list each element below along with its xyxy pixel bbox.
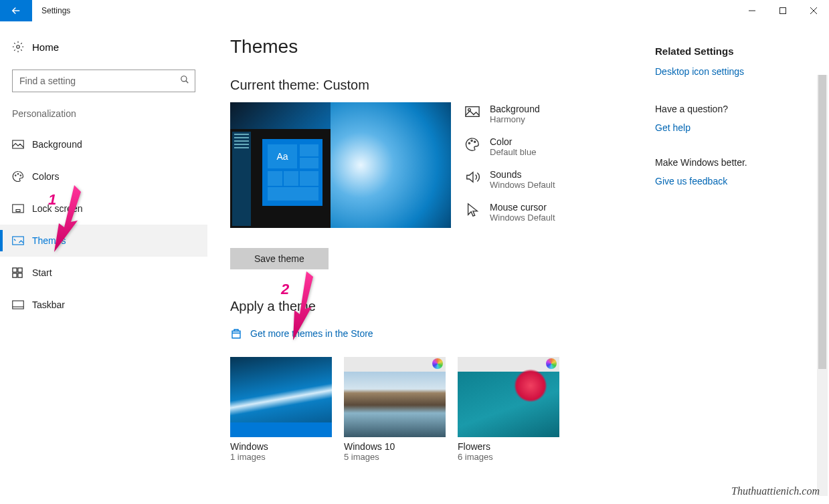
- svg-point-23: [471, 140, 472, 141]
- close-button[interactable]: [798, 0, 829, 21]
- home-label: Home: [32, 41, 59, 53]
- sidebar-item-label: Lock screen: [32, 203, 82, 214]
- sidebar-item-label: Colors: [32, 171, 59, 182]
- prop-background[interactable]: BackgroundHarmony: [464, 104, 555, 124]
- svg-rect-12: [16, 210, 20, 212]
- window-title: Settings: [32, 0, 70, 21]
- desktop-icon-settings-link[interactable]: Desktop icon settings: [655, 66, 816, 77]
- svg-point-5: [181, 76, 187, 82]
- theme-name: Windows 10: [344, 441, 446, 452]
- theme-count: 1 images: [230, 452, 332, 462]
- speaker-icon: [465, 170, 480, 184]
- svg-rect-13: [13, 237, 24, 245]
- store-link-row[interactable]: Get more themes in the Store: [230, 328, 655, 340]
- store-icon: [230, 328, 242, 340]
- search-box[interactable]: [12, 70, 195, 92]
- search-input[interactable]: [19, 76, 180, 86]
- home-nav[interactable]: Home: [0, 33, 207, 60]
- sidebar-item-taskbar[interactable]: Taskbar: [0, 289, 207, 321]
- sidebar-item-themes[interactable]: Themes: [0, 225, 207, 257]
- palette-icon: [465, 137, 480, 152]
- prop-label: Mouse cursor: [490, 202, 555, 213]
- theme-thumbnail: [344, 357, 446, 437]
- sidebar-item-colors[interactable]: Colors: [0, 160, 207, 193]
- svg-point-24: [474, 141, 476, 142]
- sidebar-section-header: Personalization: [0, 108, 207, 119]
- watermark: Thuthuattienich.com: [731, 485, 820, 497]
- theme-card-windows[interactable]: Windows 1 images: [230, 357, 332, 462]
- page-title: Themes: [230, 36, 655, 57]
- titlebar: Settings: [0, 0, 829, 21]
- prop-mouse[interactable]: Mouse cursorWindows Default: [464, 202, 555, 223]
- svg-rect-20: [466, 107, 479, 117]
- taskbar-icon: [12, 300, 24, 309]
- svg-rect-14: [13, 268, 17, 272]
- theme-preview: Aa: [230, 102, 451, 228]
- picture-icon: [12, 140, 24, 149]
- current-theme-header: Current theme: Custom: [230, 78, 655, 93]
- svg-rect-16: [13, 273, 17, 277]
- prop-value: Windows Default: [490, 213, 555, 223]
- feedback-link[interactable]: Give us feedback: [655, 176, 816, 186]
- sidebar-item-lockscreen[interactable]: Lock screen: [0, 193, 207, 225]
- sidebar-item-label: Themes: [32, 235, 66, 246]
- svg-rect-1: [780, 8, 786, 14]
- theme-count: 6 images: [458, 452, 559, 462]
- svg-point-9: [17, 174, 19, 175]
- get-help-link[interactable]: Get help: [655, 122, 816, 133]
- cursor-icon: [466, 203, 479, 217]
- prop-value: Default blue: [490, 147, 536, 157]
- sidebar-item-start[interactable]: Start: [0, 257, 207, 289]
- prop-value: Windows Default: [490, 180, 555, 190]
- svg-point-4: [17, 45, 20, 49]
- minimize-button[interactable]: [737, 0, 767, 21]
- theme-name: Windows: [230, 441, 332, 452]
- save-theme-button[interactable]: Save theme: [230, 248, 329, 269]
- svg-line-6: [186, 81, 189, 84]
- theme-thumbnail: [230, 357, 332, 437]
- related-settings-header: Related Settings: [655, 45, 816, 57]
- prop-sounds[interactable]: SoundsWindows Default: [464, 169, 555, 190]
- theme-properties: BackgroundHarmony ColorDefault blue Soun…: [464, 102, 555, 228]
- right-panel: Related Settings Desktop icon settings H…: [655, 21, 829, 504]
- question-header: Have a question?: [655, 104, 816, 114]
- prop-color[interactable]: ColorDefault blue: [464, 136, 555, 157]
- sidebar-item-background[interactable]: Background: [0, 128, 207, 160]
- svg-rect-15: [18, 268, 22, 272]
- prop-value: Harmony: [490, 114, 540, 124]
- theme-grid: Windows 1 images Windows 10 5 images Flo…: [230, 357, 655, 462]
- lockscreen-icon: [12, 204, 24, 213]
- sidebar-item-label: Start: [32, 267, 52, 278]
- svg-point-22: [468, 142, 470, 144]
- start-icon: [12, 267, 23, 278]
- apply-theme-header: Apply a theme: [230, 299, 655, 314]
- better-header: Make Windows better.: [655, 157, 816, 168]
- svg-rect-18: [13, 301, 24, 309]
- theme-card-flowers[interactable]: Flowers 6 images: [458, 357, 559, 462]
- scroll-thumb[interactable]: [818, 75, 826, 369]
- theme-thumbnail: [458, 357, 559, 437]
- svg-point-10: [20, 175, 21, 176]
- sidebar-item-label: Taskbar: [32, 299, 65, 310]
- main-content: Themes Current theme: Custom Aa: [207, 21, 655, 504]
- scrollbar[interactable]: [817, 75, 828, 496]
- prop-label: Background: [490, 104, 540, 114]
- sidebar-item-label: Background: [32, 139, 82, 150]
- palette-icon: [12, 170, 24, 182]
- color-wheel-icon: [546, 358, 557, 369]
- theme-name: Flowers: [458, 441, 559, 452]
- store-link-text: Get more themes in the Store: [250, 328, 373, 339]
- sidebar: Home Personalization Background Colors L…: [0, 21, 207, 504]
- prop-label: Color: [490, 136, 536, 147]
- picture-icon: [465, 106, 480, 118]
- maximize-button[interactable]: [767, 0, 798, 21]
- svg-rect-17: [18, 273, 22, 277]
- themes-icon: [12, 236, 24, 245]
- preview-aa: Aa: [268, 144, 297, 168]
- back-button[interactable]: [0, 0, 32, 21]
- theme-card-windows10[interactable]: Windows 10 5 images: [344, 357, 446, 462]
- window-controls: [737, 0, 829, 21]
- back-arrow-icon: [10, 5, 22, 17]
- svg-point-8: [15, 175, 17, 176]
- theme-count: 5 images: [344, 452, 446, 462]
